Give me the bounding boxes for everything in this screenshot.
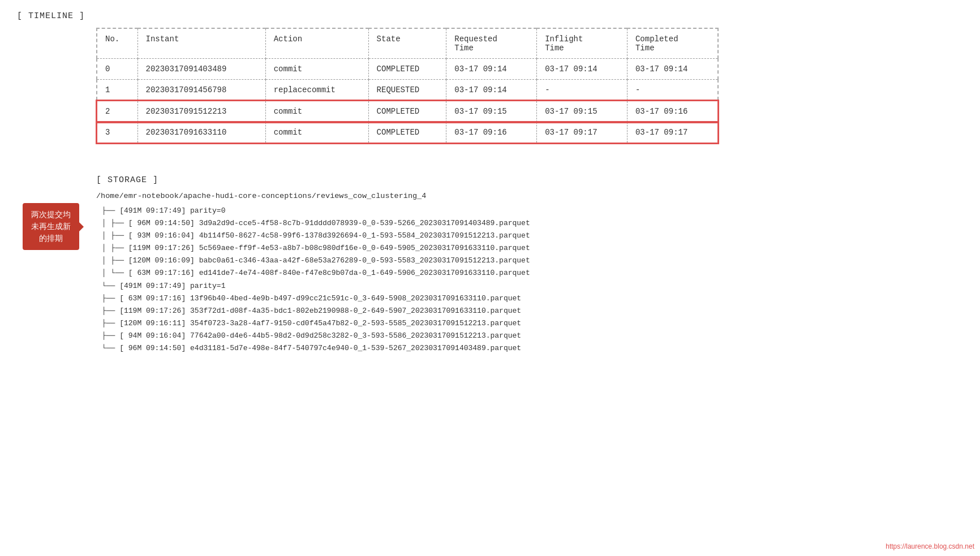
table-cell: 03-17 09:16	[627, 101, 718, 122]
table-cell: 03-17 09:17	[537, 122, 627, 144]
table-cell: 03-17 09:17	[627, 122, 718, 144]
tree-line: ├── [ 63M 09:17:16] 13f96b40-4bed-4e9b-b…	[102, 292, 963, 305]
table-cell: 03-17 09:14	[446, 80, 537, 101]
timeline-label: [ TIMELINE ]	[17, 11, 963, 21]
col-state: State	[368, 28, 446, 59]
tree-line: └── [491M 09:17:49] parity=1	[102, 280, 963, 292]
callout-text: 两次提交均未再生成新的排期	[31, 210, 71, 243]
timeline-table: No. Instant Action State RequestedTime I…	[96, 28, 719, 144]
timeline-section: [ TIMELINE ] 两次提交均未再生成新的排期 No. Instant A…	[17, 11, 963, 144]
table-cell: 20230317091512213	[137, 101, 265, 122]
table-cell: 1	[97, 80, 137, 101]
table-cell: 2	[97, 101, 137, 122]
tree-line: │ └── [ 63M 09:17:16] ed141de7-4e74-408f…	[102, 267, 963, 279]
table-cell: commit	[265, 122, 368, 144]
storage-tree: ├── [491M 09:17:49] parity=0│ ├── [ 96M …	[96, 205, 963, 355]
table-row: 320230317091633110commitCOMPLETED03-17 0…	[97, 122, 718, 144]
storage-path: /home/emr-notebook/apache-hudi-core-conc…	[96, 192, 963, 200]
tree-line: ├── [491M 09:17:49] parity=0	[102, 205, 963, 217]
table-cell: 03-17 09:16	[446, 122, 537, 144]
table-cell: COMPLETED	[368, 59, 446, 80]
col-instant: Instant	[137, 28, 265, 59]
table-wrapper: No. Instant Action State RequestedTime I…	[96, 28, 963, 144]
table-cell: 20230317091456798	[137, 80, 265, 101]
table-row: 120230317091456798replacecommitREQUESTED…	[97, 80, 718, 101]
col-completed-time: CompletedTime	[627, 28, 718, 59]
table-cell: 20230317091633110	[137, 122, 265, 144]
tree-line: │ ├── [ 96M 09:14:50] 3d9a2d9d-cce5-4f58…	[102, 217, 963, 230]
table-cell: 0	[97, 59, 137, 80]
table-cell: 20230317091403489	[137, 59, 265, 80]
tree-line: │ ├── [120M 09:16:09] babc0a61-c346-43aa…	[102, 255, 963, 267]
table-row: 220230317091512213commitCOMPLETED03-17 0…	[97, 101, 718, 122]
tree-line: └── [ 96M 09:14:50] e4d31181-5d7e-498e-8…	[102, 342, 963, 355]
table-cell: 03-17 09:14	[537, 59, 627, 80]
tree-line: │ ├── [ 93M 09:16:04] 4b114f50-8627-4c58…	[102, 230, 963, 242]
table-cell: commit	[265, 101, 368, 122]
table-cell: -	[537, 80, 627, 101]
table-cell: 03-17 09:15	[446, 101, 537, 122]
storage-section: [ STORAGE ] /home/emr-notebook/apache-hu…	[96, 175, 963, 355]
table-cell: 3	[97, 122, 137, 144]
table-cell: REQUESTED	[368, 80, 446, 101]
table-header-row: No. Instant Action State RequestedTime I…	[97, 28, 718, 59]
col-action: Action	[265, 28, 368, 59]
table-cell: 03-17 09:14	[446, 59, 537, 80]
tree-line: ├── [120M 09:16:11] 354f0723-3a28-4af7-9…	[102, 317, 963, 330]
table-cell: -	[627, 80, 718, 101]
callout-box: 两次提交均未再生成新的排期	[23, 203, 79, 250]
table-cell: replacecommit	[265, 80, 368, 101]
col-inflight-time: InflightTime	[537, 28, 627, 59]
tree-line: ├── [ 94M 09:16:04] 77642a00-d4e6-44b5-9…	[102, 330, 963, 342]
table-cell: COMPLETED	[368, 101, 446, 122]
table-cell: 03-17 09:15	[537, 101, 627, 122]
table-cell: 03-17 09:14	[627, 59, 718, 80]
table-row: 020230317091403489commitCOMPLETED03-17 0…	[97, 59, 718, 80]
col-no: No.	[97, 28, 137, 59]
table-cell: commit	[265, 59, 368, 80]
table-cell: COMPLETED	[368, 122, 446, 144]
tree-line: │ ├── [119M 09:17:26] 5c569aee-ff9f-4e53…	[102, 242, 963, 255]
col-requested-time: RequestedTime	[446, 28, 537, 59]
storage-label: [ STORAGE ]	[96, 175, 963, 185]
tree-line: ├── [119M 09:17:26] 353f72d1-d08f-4a35-b…	[102, 305, 963, 317]
